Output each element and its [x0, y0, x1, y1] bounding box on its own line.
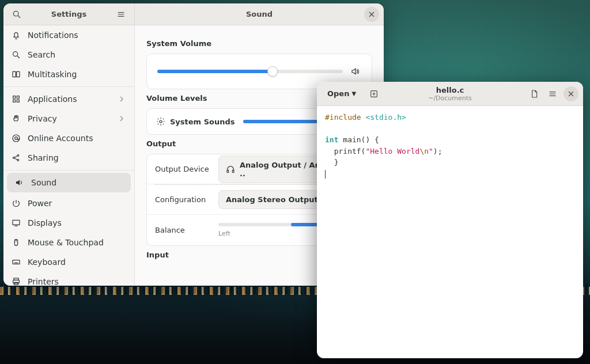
svg-rect-31	[14, 282, 18, 285]
editor-window: Open ▼ hello.c ~/Documents #include <std…	[317, 82, 583, 358]
sidebar-item-label: Sharing	[28, 153, 59, 162]
svg-point-17	[13, 157, 15, 159]
code-l3b: );	[433, 147, 442, 156]
svg-rect-14	[17, 100, 19, 102]
svg-point-32	[160, 120, 162, 123]
svg-line-21	[14, 158, 17, 160]
svg-point-16	[15, 137, 18, 140]
power-icon	[12, 199, 21, 208]
code-inc: <stdio.h>	[365, 113, 406, 122]
sidebar-item-label: Power	[28, 199, 52, 208]
svg-rect-34	[232, 170, 234, 172]
sidebar-item-label: Displays	[28, 218, 62, 227]
sidebar-item-sharing[interactable]: Sharing	[3, 148, 134, 168]
svg-rect-9	[13, 71, 16, 77]
sidebar-item-mouse[interactable]: Mouse & Touchpad	[3, 233, 134, 252]
configuration-button[interactable]: Analog Stereo Output	[218, 190, 328, 209]
sidebar-item-label: Keyboard	[28, 257, 66, 267]
editor-body[interactable]: #include <stdio.h> int main() { printf("…	[317, 106, 583, 358]
sidebar-item-applications[interactable]: Applications	[3, 89, 134, 109]
sidebar-item-search[interactable]: Search	[3, 45, 134, 65]
svg-rect-13	[13, 100, 16, 102]
triangle-down-icon: ▼	[351, 90, 356, 97]
code-kw: int	[325, 135, 338, 144]
search-icon	[12, 50, 21, 59]
svg-rect-23	[13, 220, 20, 225]
mouse-icon	[12, 238, 21, 247]
hamburger-icon[interactable]	[114, 7, 128, 22]
sidebar-item-label: Multitasking	[28, 70, 77, 79]
code-main: main() {	[338, 135, 379, 144]
display-icon	[12, 218, 21, 227]
gear-icon	[156, 117, 165, 126]
level-name: System Sounds	[170, 117, 235, 126]
settings-page-header: Sound	[135, 3, 384, 25]
page-title: Sound	[246, 10, 273, 18]
output-device-label: Output Device	[155, 165, 218, 173]
sidebar-item-multitasking[interactable]: Multitasking	[3, 65, 134, 84]
sidebar-item-label: Online Accounts	[28, 134, 93, 143]
open-button-label: Open	[327, 89, 349, 98]
cursor-caret	[325, 170, 326, 179]
sidebar-item-sound[interactable]: Sound	[7, 173, 131, 192]
svg-line-8	[17, 56, 20, 58]
code-q2: "	[429, 147, 433, 156]
hand-icon	[12, 114, 21, 123]
configuration-value: Analog Stereo Output	[226, 195, 318, 204]
sidebar-item-label: Printers	[28, 277, 59, 286]
volume-high-icon[interactable]	[351, 67, 361, 76]
svg-line-20	[14, 156, 17, 158]
sidebar-item-power[interactable]: Power	[3, 194, 134, 213]
keyboard-icon	[12, 257, 21, 267]
grid-icon	[12, 94, 21, 104]
svg-rect-11	[13, 96, 16, 98]
code-esc: \n	[419, 147, 429, 156]
code-l4: }	[325, 158, 338, 166]
at-icon	[12, 134, 21, 143]
svg-point-19	[17, 160, 19, 161]
section-system-volume: System Volume	[146, 39, 372, 48]
sidebar-item-privacy[interactable]: Privacy	[3, 109, 134, 128]
share-icon	[12, 153, 21, 162]
sidebar-item-label: Sound	[31, 178, 56, 187]
code-str: Hello World	[370, 147, 419, 156]
settings-sidebar-header: Settings	[3, 3, 135, 25]
code-pp: #include	[325, 113, 365, 122]
printer-icon	[12, 277, 21, 286]
sidebar-item-online[interactable]: Online Accounts	[3, 128, 134, 148]
chevron-right-icon	[117, 94, 126, 104]
chevron-right-icon	[117, 114, 126, 123]
speaker-icon	[15, 178, 24, 187]
open-button[interactable]: Open ▼	[322, 87, 362, 100]
system-volume-slider[interactable]	[157, 70, 343, 73]
settings-title: Settings	[51, 10, 86, 18]
close-icon[interactable]	[563, 86, 578, 101]
svg-point-7	[13, 52, 18, 56]
svg-line-1	[18, 16, 20, 18]
svg-rect-33	[227, 170, 229, 172]
sidebar-item-notifications[interactable]: Notifications	[3, 25, 134, 45]
sidebar-item-keyboard[interactable]: Keyboard	[3, 252, 134, 272]
close-icon[interactable]	[364, 7, 379, 22]
svg-point-18	[17, 155, 19, 157]
sidebar-item-label: Privacy	[28, 114, 57, 123]
sidebar-item-displays[interactable]: Displays	[3, 213, 134, 233]
balance-label: Balance	[155, 226, 218, 234]
svg-point-15	[13, 135, 20, 142]
sidebar-item-label: Mouse & Touchpad	[28, 238, 104, 247]
svg-rect-12	[17, 96, 19, 98]
svg-rect-10	[17, 71, 20, 77]
sidebar-item-printers[interactable]: Printers	[3, 272, 134, 286]
bell-icon	[12, 31, 21, 40]
configuration-label: Configuration	[155, 195, 218, 204]
new-tab-button[interactable]	[366, 86, 381, 101]
sidebar-item-label: Applications	[28, 94, 77, 104]
hamburger-icon[interactable]	[545, 86, 560, 101]
search-icon[interactable]	[9, 7, 24, 22]
sidebar-item-label: Notifications	[28, 31, 78, 40]
settings-sidebar: NotificationsSearchMultitaskingApplicati…	[3, 25, 135, 286]
sidebar-item-label: Search	[28, 50, 55, 59]
code-l3a: printf(	[325, 147, 365, 156]
document-icon[interactable]	[527, 86, 542, 101]
svg-point-0	[13, 11, 18, 16]
